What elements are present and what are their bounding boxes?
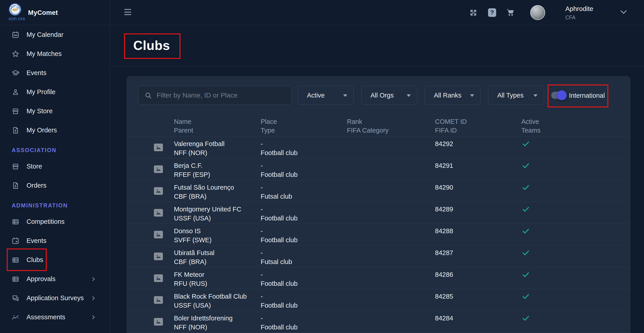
chevron-down-icon[interactable] [620, 10, 627, 15]
club-comet-id: 84288 [435, 228, 453, 235]
rank-dropdown-value: All Ranks [434, 92, 462, 99]
club-logo-placeholder-icon [154, 318, 163, 326]
sidebar-item-events-admin[interactable]: Events [0, 231, 110, 250]
sidebar-item-store[interactable]: Store [0, 157, 110, 176]
rank-dropdown[interactable]: All Ranks [425, 86, 481, 105]
international-toggle[interactable] [551, 92, 566, 99]
club-logo-placeholder-icon [154, 144, 163, 151]
sidebar-item-assessments[interactable]: Assessments [0, 308, 110, 327]
type-dropdown[interactable]: All Types [488, 86, 544, 105]
sidebar-item-label: Application Surveys [26, 294, 84, 302]
table-row[interactable]: Berja C.F. RFEF (ESP) - Football club 84… [126, 158, 630, 180]
sidebar: My Calendar My Matches Events [0, 0, 110, 333]
table-row[interactable]: FK Meteor RFU (RUS) - Football club 8428… [126, 268, 630, 289]
sidebar-item-competitions[interactable]: Competitions [0, 212, 110, 231]
status-dropdown[interactable]: Active [298, 86, 354, 105]
sidebar-item-label: My Calendar [26, 31, 63, 38]
sidebar-item-label: Clubs [26, 256, 43, 264]
col-header-name: NameParent [174, 117, 193, 135]
sidebar-item-events[interactable]: Events [0, 63, 110, 82]
storefront-icon [12, 108, 19, 115]
org-dropdown[interactable]: All Orgs [361, 86, 417, 105]
star-icon [12, 50, 19, 58]
brand[interactable]: КОП CFA MyComet [9, 3, 58, 21]
club-parent: NFF (NOR) [174, 149, 207, 156]
sidebar-item-approvals[interactable]: Approvals [0, 270, 110, 288]
user-avatar[interactable] [530, 5, 545, 20]
chevron-right-icon [91, 314, 96, 321]
cart-icon[interactable] [506, 8, 515, 18]
active-check-icon [522, 316, 529, 322]
chevron-right-icon [91, 276, 96, 283]
table-row[interactable]: Black Rock Football Club USSF (USA) - Fo… [126, 289, 630, 311]
title-bar: Clubs [110, 26, 644, 66]
brand-caption: КОП CFA [9, 17, 21, 21]
table-row[interactable]: Boler Idrettsforening NFF (NOR) - Footba… [126, 311, 630, 333]
club-parent: CBF (BRA) [174, 258, 206, 266]
person-icon [12, 88, 19, 96]
club-name: Montgomery United FC [174, 206, 241, 213]
active-check-icon [522, 185, 529, 191]
caret-down-icon [534, 94, 538, 97]
sidebar-item-clubs[interactable]: Clubs [0, 250, 110, 270]
caret-down-icon [407, 94, 411, 97]
table-row[interactable]: Donso IS SVFF (SWE) - Football club 8428… [126, 224, 630, 246]
active-check-icon [522, 163, 529, 170]
international-toggle-label: International [569, 92, 605, 99]
club-name: Donso IS [174, 228, 201, 235]
col-header-active: ActiveTeams [521, 117, 540, 135]
hamburger-menu-icon[interactable] [124, 9, 131, 15]
club-logo-placeholder-icon [154, 296, 163, 304]
status-dropdown-value: Active [307, 92, 325, 99]
brand-logo-icon [9, 12, 21, 16]
club-name: Ubiratã Futsal [174, 249, 214, 256]
chat-icon [12, 294, 19, 302]
user-block[interactable]: Aphrodite CFA [565, 6, 593, 20]
club-type: Football club [261, 324, 298, 331]
sidebar-item-label: My Matches [26, 50, 62, 58]
sidebar-item-my-profile[interactable]: My Profile [0, 82, 110, 102]
sidebar-item-my-matches[interactable]: My Matches [0, 44, 110, 63]
trend-sparkle-icon [12, 314, 19, 321]
sidebar-item-application-surveys[interactable]: Application Surveys [0, 288, 110, 308]
club-logo-placeholder-icon [154, 209, 163, 216]
club-parent: SVFF (SWE) [174, 236, 212, 244]
club-logo-placeholder-icon [154, 166, 163, 173]
club-comet-id: 84291 [435, 162, 453, 170]
club-type: Football club [261, 214, 298, 222]
sidebar-item-orders[interactable]: $ Orders [0, 176, 110, 195]
club-logo-placeholder-icon [154, 231, 163, 238]
col-header-place: PlaceType [261, 117, 277, 135]
col-header-comet-id: COMET IDFIFA ID [435, 117, 467, 135]
active-check-icon [522, 272, 529, 278]
invoice-icon: $ [12, 126, 19, 134]
brand-name: MyComet [28, 9, 58, 16]
sidebar-item-my-store[interactable]: My Store [0, 102, 110, 121]
graduation-cap-icon [12, 69, 19, 77]
sidebar-item-my-calendar[interactable]: My Calendar [0, 25, 110, 44]
table-row[interactable]: Montgomery United FC USSF (USA) - Footba… [126, 202, 630, 224]
club-comet-id: 84290 [435, 184, 453, 191]
club-place: - [261, 184, 263, 191]
sidebar-item-label: Events [26, 69, 46, 76]
search-icon [144, 92, 152, 99]
calendar-icon [12, 31, 19, 39]
fullscreen-icon[interactable] [469, 8, 478, 18]
club-type: Football club [261, 236, 298, 244]
chevron-right-icon [91, 296, 96, 302]
sidebar-item-label: Events [26, 237, 46, 244]
caret-down-icon [470, 94, 474, 97]
sidebar-item-label: Orders [26, 182, 46, 189]
table-row[interactable]: Ubiratã Futsal CBF (BRA) - Futsal club 8… [126, 246, 630, 268]
club-name: FK Meteor [174, 271, 204, 278]
club-place: - [261, 249, 263, 256]
active-check-icon [522, 206, 529, 213]
help-icon[interactable]: ? [488, 8, 496, 17]
table-row[interactable]: Futsal São Lourenço CBF (BRA) - Futsal c… [126, 180, 630, 202]
search-input[interactable] [156, 86, 289, 104]
table-row[interactable]: Valerenga Fotball NFF (NOR) - Football c… [126, 136, 630, 158]
search-field[interactable] [138, 86, 292, 105]
sidebar-item-my-orders[interactable]: $ My Orders [0, 121, 110, 140]
table-icon [12, 275, 19, 283]
table-icon [12, 256, 19, 264]
